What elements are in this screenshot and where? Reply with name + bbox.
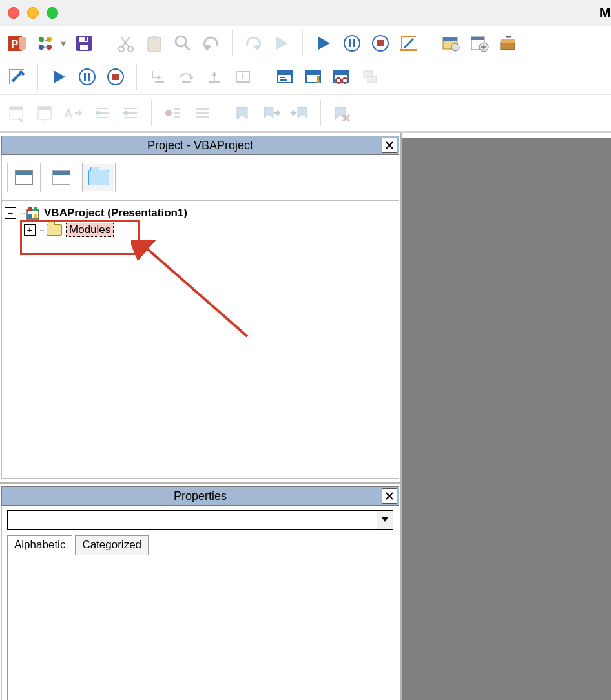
properties-window-button[interactable] (469, 33, 490, 54)
step-over-button[interactable] (176, 67, 196, 87)
collapse-icon[interactable]: − (5, 207, 16, 219)
close-window-button[interactable] (8, 7, 19, 19)
svg-rect-20 (377, 40, 384, 46)
toggle-breakpoint-button[interactable] (162, 103, 183, 123)
powerpoint-app-icon: P (6, 33, 27, 54)
svg-rect-63 (28, 214, 32, 218)
properties-panel-header[interactable]: Properties (1, 486, 399, 506)
svg-rect-62 (34, 207, 37, 211)
svg-point-30 (79, 69, 95, 85)
view-object-button[interactable] (45, 163, 78, 192)
prev-bookmark-button[interactable] (289, 103, 310, 123)
comment-block-button[interactable]: ' (191, 103, 211, 123)
svg-text:!: ! (318, 75, 321, 84)
window-titlebar: M (0, 0, 611, 26)
svg-rect-36 (182, 81, 191, 83)
locals-window-button[interactable] (274, 67, 295, 87)
pause-button[interactable] (342, 33, 362, 54)
toolbar-standard: P ▾ (0, 26, 611, 60)
list-properties-button[interactable] (6, 103, 27, 123)
project-root-label: VBAProject (Presentation1) (44, 207, 187, 220)
immediate-window-button[interactable]: ! (303, 67, 324, 87)
bookmark-button[interactable] (233, 103, 253, 123)
run-sub-button[interactable] (271, 33, 292, 54)
svg-text:A: A (65, 108, 72, 119)
work-area: Project - VBAProject − ··· VBAProject (P… (0, 133, 611, 700)
code-mdi-area[interactable] (402, 133, 611, 700)
tab-categorized-label: Categorized (82, 539, 141, 551)
stop-button[interactable] (370, 33, 391, 54)
svg-rect-2 (19, 37, 26, 50)
step-into-button[interactable] (147, 67, 168, 87)
find-button[interactable] (172, 33, 193, 54)
object-selector-combo[interactable] (7, 510, 393, 530)
project-panel-header[interactable]: Project - VBAProject (1, 136, 399, 155)
object-selector-input[interactable] (8, 511, 377, 529)
project-explorer-button[interactable] (440, 33, 461, 54)
svg-point-12 (128, 46, 133, 52)
toggle-folders-button[interactable] (82, 163, 116, 192)
cut-button[interactable] (116, 33, 136, 54)
clear-bookmarks-button[interactable] (331, 103, 352, 123)
toolbox-button[interactable] (497, 33, 518, 54)
next-bookmark-button[interactable] (261, 103, 282, 123)
run-button[interactable] (48, 67, 69, 87)
complete-word-button[interactable]: A (63, 103, 84, 123)
svg-rect-10 (85, 37, 87, 41)
watch-window-button[interactable] (331, 67, 352, 87)
svg-rect-56 (38, 107, 51, 110)
call-stack-button[interactable] (360, 67, 380, 87)
svg-rect-31 (84, 73, 86, 81)
indent-button[interactable] (92, 103, 112, 123)
properties-panel-close-button[interactable] (382, 488, 397, 504)
switch-view-button[interactable] (35, 33, 56, 54)
paste-button[interactable] (144, 33, 165, 54)
svg-rect-54 (10, 107, 23, 110)
redo-button[interactable] (243, 33, 264, 54)
svg-text:': ' (193, 106, 194, 113)
svg-rect-21 (400, 49, 417, 51)
svg-rect-18 (353, 39, 355, 47)
svg-text:P: P (11, 38, 18, 50)
svg-rect-9 (80, 45, 88, 50)
svg-point-58 (165, 110, 172, 116)
svg-rect-32 (88, 73, 90, 81)
svg-rect-26 (471, 37, 484, 40)
project-panel-toolbar (1, 155, 399, 201)
reset-button[interactable] (105, 67, 126, 87)
properties-grid[interactable] (7, 555, 393, 700)
svg-rect-13 (148, 37, 161, 52)
project-tree[interactable]: − ··· VBAProject (Presentation1) + ··· M… (1, 201, 399, 479)
toolbar-edit: A ' (0, 95, 611, 131)
zoom-window-button[interactable] (47, 7, 58, 19)
tab-categorized[interactable]: Categorized (75, 535, 149, 555)
step-out-button[interactable] (204, 67, 225, 87)
outdent-button[interactable] (120, 103, 141, 123)
compile-button[interactable] (6, 67, 27, 87)
tree-root-row[interactable]: − ··· VBAProject (Presentation1) (5, 205, 396, 221)
project-panel-close-button[interactable] (382, 138, 397, 153)
minimize-window-button[interactable] (27, 7, 39, 19)
design-mode-button[interactable] (399, 33, 419, 54)
svg-rect-48 (334, 71, 348, 75)
dropdown-caret-icon[interactable] (377, 511, 393, 529)
tab-alphabetic[interactable]: Alphabetic (7, 535, 72, 555)
list-constants-button[interactable] (35, 103, 56, 123)
break-button[interactable] (77, 67, 98, 87)
window-title: M (66, 5, 611, 21)
svg-point-24 (451, 43, 459, 51)
svg-rect-35 (155, 81, 164, 83)
properties-tabs: Alphabetic Categorized (7, 535, 393, 555)
toolbar-debug: ! (0, 60, 611, 94)
view-code-button[interactable] (7, 163, 41, 192)
run-to-cursor-button[interactable] (233, 67, 253, 87)
svg-rect-29 (501, 39, 515, 43)
tab-alphabetic-label: Alphabetic (14, 539, 65, 551)
dropdown-caret-icon[interactable]: ▾ (61, 37, 66, 50)
svg-rect-37 (209, 81, 220, 83)
svg-rect-52 (368, 76, 377, 83)
run-macro-button[interactable] (313, 33, 334, 54)
svg-rect-61 (28, 207, 32, 211)
undo-button[interactable] (201, 33, 222, 54)
save-button[interactable] (74, 33, 94, 54)
